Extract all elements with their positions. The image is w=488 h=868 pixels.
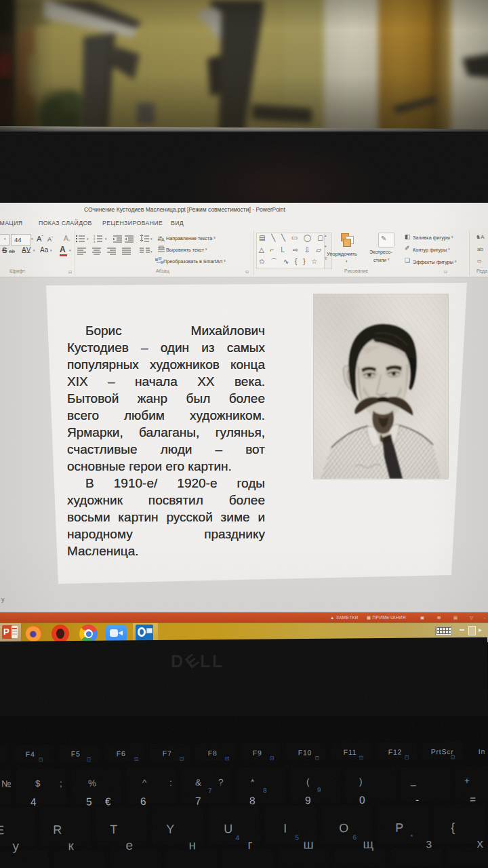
- svg-text:L: L: [200, 652, 210, 671]
- svg-text:L: L: [212, 652, 222, 671]
- svg-text:3: 3: [94, 240, 96, 243]
- svg-text:E: E: [182, 650, 202, 671]
- svg-text:А: А: [161, 237, 165, 242]
- svg-text:D: D: [171, 652, 183, 671]
